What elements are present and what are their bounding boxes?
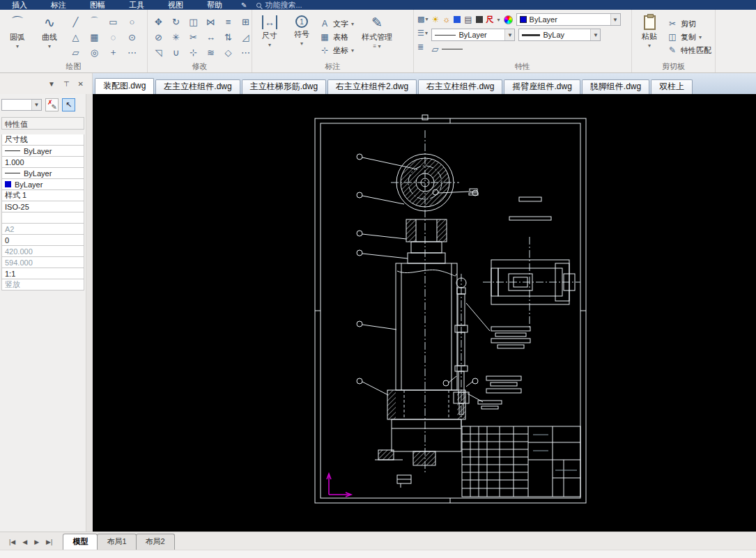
annotate-group-label[interactable]: 标注	[252, 62, 413, 72]
symbol-button[interactable]: 1 符号 ▾	[287, 12, 316, 62]
copy-icon[interactable]: ◫	[185, 15, 201, 29]
property-row-dimline[interactable]: 尺寸线	[1, 134, 84, 146]
color-wheel-icon[interactable]	[504, 15, 513, 24]
modify-group-label[interactable]: 修改	[148, 62, 252, 72]
join-icon[interactable]: ∪	[168, 45, 184, 60]
erase-icon[interactable]: ⊘	[151, 30, 167, 45]
plot-style-swatch-icon[interactable]	[454, 16, 461, 23]
brightness-icon[interactable]: ☼	[442, 15, 450, 24]
menu-tools[interactable]: 工具	[117, 0, 156, 10]
menu-sheet[interactable]: 图幅	[78, 0, 117, 10]
lineweight-select[interactable]: ByLay ▼	[518, 29, 601, 41]
last-layout-button[interactable]: ▶|	[43, 538, 56, 550]
transparency-icon[interactable]: ▱	[431, 44, 438, 54]
drawing-canvas[interactable]	[93, 94, 756, 532]
pencil-icon[interactable]: ✎	[241, 1, 247, 9]
clipboard-group-label[interactable]: 剪切板	[632, 62, 715, 72]
explode-icon[interactable]: ✳	[168, 30, 184, 45]
stretch-icon[interactable]: ⇅	[220, 30, 236, 45]
region-icon[interactable]: ▱	[67, 45, 84, 60]
polyline-icon[interactable]: ⌒	[86, 15, 103, 29]
palette-close-icon[interactable]: ✕	[78, 80, 84, 88]
more-draw-icon[interactable]: ⋯	[123, 45, 141, 60]
quick-select-button[interactable]: ✗ ✎	[45, 98, 59, 111]
next-layout-button[interactable]: ▶	[31, 538, 43, 550]
ellipse-icon[interactable]: ◌	[105, 30, 122, 45]
menu-view[interactable]: 视图	[156, 0, 195, 10]
doc-tab-double-column[interactable]: 双柱上	[651, 79, 693, 94]
doc-tab-foot[interactable]: 脱脚组件.dwg	[582, 79, 649, 94]
fillet-icon[interactable]: ◹	[151, 45, 167, 60]
point-icon[interactable]: ⊙	[123, 30, 141, 45]
more-modify-icon[interactable]: ⋯	[238, 45, 254, 60]
mirror-icon[interactable]: ⋈	[203, 15, 219, 29]
property-row-linetype[interactable]: ByLayer	[1, 168, 84, 179]
properties-group-label[interactable]: 特性	[414, 62, 631, 72]
layout-tab-layout2[interactable]: 布局2	[136, 534, 175, 550]
palette-pin-icon[interactable]: ⊤	[63, 80, 70, 88]
property-row-color[interactable]: ByLayer	[1, 146, 84, 157]
property-row-sheet-size[interactable]: A2	[1, 224, 84, 235]
property-row-layer-color[interactable]: ByLayer	[1, 179, 84, 190]
spline-button[interactable]: ∿ 曲线 ▾	[35, 12, 64, 62]
arc-button[interactable]: ⌒ 圆弧 ▾	[3, 12, 32, 62]
polygon-icon[interactable]: △	[67, 30, 84, 45]
doc-tab-assembly[interactable]: 装配图.dwg	[95, 78, 154, 94]
layer-flyout-button[interactable]: ▩▾	[417, 14, 429, 24]
doc-tab-right-column[interactable]: 右主立柱组件.dwg	[418, 79, 502, 94]
style-manager-button[interactable]: ✎ 样式管理 ≡ ▾	[357, 12, 397, 62]
menu-annotate[interactable]: 标注	[39, 0, 78, 10]
hatch-icon[interactable]: ▦	[86, 30, 103, 45]
linetype-flyout-button[interactable]: ☰▾	[417, 28, 429, 38]
construction-line-icon[interactable]: ＋	[105, 45, 122, 60]
property-row-width[interactable]: 420.000	[1, 246, 84, 257]
extend-icon[interactable]: ↔	[203, 30, 219, 45]
table-button[interactable]: ▦ 表格	[319, 32, 354, 42]
rectangle-icon[interactable]: ▭	[105, 15, 122, 29]
chamfer-icon[interactable]: ◇	[220, 45, 236, 60]
palette-splitter[interactable]	[86, 94, 93, 532]
menu-help[interactable]: 帮助	[195, 0, 234, 10]
prev-layout-button[interactable]: ◀	[19, 538, 31, 550]
doc-tab-left-column[interactable]: 左主立柱组件.dwg	[155, 79, 240, 94]
select-object-button[interactable]: ↖	[62, 98, 75, 111]
function-search-input[interactable]: 功能搜索...	[256, 0, 302, 10]
property-row-ratio[interactable]: 1:1	[1, 268, 84, 279]
paste-button[interactable]: 粘贴 ▾	[635, 12, 664, 62]
text-button[interactable]: A 文字 ▾	[319, 19, 354, 29]
move-icon[interactable]: ✥	[151, 15, 167, 29]
doc-tab-rocker-seat[interactable]: 摇臂座组件.dwg	[504, 79, 580, 94]
trim-icon[interactable]: ✂	[185, 30, 201, 45]
property-row-height[interactable]: 594.000	[1, 257, 84, 268]
line-icon[interactable]: ╱	[67, 15, 84, 29]
list-flyout-button[interactable]: ≣	[417, 42, 429, 52]
align-icon[interactable]: ≋	[203, 45, 219, 60]
offset-icon[interactable]: ≡	[220, 15, 236, 29]
doc-tab-right-column2[interactable]: 右主立柱组件2.dwg	[327, 79, 417, 94]
menu-insert[interactable]: 插入	[0, 0, 39, 10]
screen-swatch-icon[interactable]	[476, 16, 483, 23]
linetype-select[interactable]: ByLayer ▼	[431, 29, 515, 41]
property-row-zero[interactable]: 0	[1, 235, 84, 246]
property-row-dimstyle[interactable]: ISO-25	[1, 201, 84, 212]
dim-style-badge[interactable]: 尺	[486, 15, 494, 25]
layout-tab-layout1[interactable]: 布局1	[97, 534, 136, 550]
property-row-orientation[interactable]: 竖放	[1, 279, 84, 290]
copy-button[interactable]: ◫ 复制 ▾	[667, 32, 711, 42]
dimension-button[interactable]: ↔ 尺寸 ▾	[255, 12, 284, 62]
first-layout-button[interactable]: |◀	[6, 538, 19, 550]
donut-icon[interactable]: ◎	[86, 45, 103, 60]
selection-combo[interactable]: ▼	[1, 99, 42, 111]
cut-button[interactable]: ✂ 剪切	[667, 19, 711, 29]
match-properties-button[interactable]: ✎ 特性匹配	[667, 45, 711, 56]
layout-tab-model[interactable]: 模型	[63, 534, 98, 550]
rotate-icon[interactable]: ↻	[168, 15, 184, 29]
array-icon[interactable]: ⊞	[238, 15, 254, 29]
palette-collapse-icon[interactable]: ▼	[48, 80, 55, 88]
property-row-scale[interactable]: 1.000	[1, 157, 84, 168]
circle-icon[interactable]: ○	[123, 15, 141, 29]
break-icon[interactable]: ⊹	[185, 45, 201, 60]
light-bulb-icon[interactable]: ☀	[431, 15, 439, 24]
doc-tab-trapezoid-rib[interactable]: 主立柱梯形筋.dwg	[242, 79, 326, 94]
color-select[interactable]: ByLayer ▼	[516, 13, 621, 26]
